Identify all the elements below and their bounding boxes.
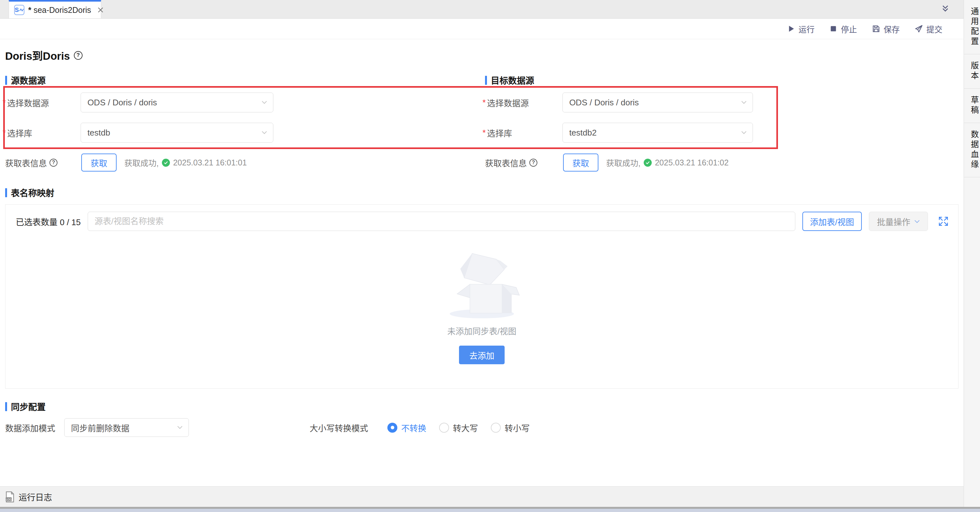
tab-sea-doris2doris[interactable]: S * sea-Doris2Doris	[9, 0, 101, 18]
tab-bar: S * sea-Doris2Doris	[0, 0, 964, 19]
success-check-icon	[162, 159, 170, 167]
chevron-down-icon	[741, 130, 747, 135]
chevron-down-icon	[914, 220, 920, 223]
add-table-view-button[interactable]: 添加表/视图	[802, 211, 862, 231]
section-accent-bar	[5, 402, 7, 411]
save-button[interactable]: 保存	[872, 23, 900, 35]
source-db-row: * 选择库 testdb	[3, 123, 274, 143]
chevron-down-icon	[741, 100, 747, 105]
sync-config-row: 数据添加模式 同步前删除数据 大小写转换模式 不转换 转大写 转小写	[5, 418, 957, 437]
target-datasource-label: 选择数据源	[487, 97, 562, 108]
main-content: Doris到Doris ? 源数据源 目标数据源 * 选择数据源 ODS / D…	[0, 39, 964, 486]
right-sidebar: 通用配置 版本 草稿 数据血缘	[964, 0, 980, 507]
section-accent-bar	[5, 188, 7, 197]
target-db-row: * 选择库 testdb2	[482, 123, 753, 143]
sync-task-icon: S	[14, 5, 24, 15]
table-mapping-panel: 已选表数量 0 / 15 添加表/视图 批量操作	[5, 204, 958, 389]
radio-no-convert[interactable]: 不转换	[387, 422, 426, 434]
radio-to-uppercase[interactable]: 转大写	[439, 422, 478, 434]
radio-to-lowercase[interactable]: 转小写	[491, 422, 530, 434]
stop-button[interactable]: 停止	[829, 23, 857, 35]
radio-dot	[387, 423, 397, 432]
target-datasource-row: * 选择数据源 ODS / Doris / doris	[482, 92, 753, 113]
source-datasource-row: * 选择数据源 ODS / Doris / doris	[3, 92, 274, 113]
section-accent-bar	[5, 76, 7, 85]
target-section-header: 目标数据源	[485, 74, 534, 86]
radio-dot	[491, 423, 501, 432]
source-datasource-label: 选择数据源	[7, 97, 81, 108]
target-datasource-select[interactable]: ODS / Doris / doris	[562, 92, 753, 113]
chevron-down-icon	[177, 425, 183, 431]
case-mode-label: 大小写转换模式	[310, 422, 368, 434]
target-db-label: 选择库	[487, 127, 562, 139]
required-marker: *	[482, 98, 486, 108]
log-file-icon: LOG	[5, 491, 15, 502]
send-icon	[915, 24, 923, 33]
sidebar-item-general-config[interactable]: 通用配置	[964, 0, 980, 54]
source-fetch-time: 2025.03.21 16:01:01	[173, 158, 247, 167]
go-add-button[interactable]: 去添加	[459, 346, 504, 364]
save-icon	[872, 24, 880, 33]
sidebar-item-version[interactable]: 版本	[964, 54, 980, 89]
play-icon	[787, 25, 795, 33]
source-fetch-label: 获取表信息 ?	[5, 157, 73, 169]
fetch-help-icon[interactable]: ?	[49, 159, 57, 167]
radio-dot	[439, 423, 449, 432]
sidebar-item-draft[interactable]: 草稿	[964, 89, 980, 123]
target-fetch-label: 获取表信息 ?	[485, 157, 555, 169]
run-log-label: 运行日志	[19, 491, 52, 503]
window-edge-strip	[0, 509, 980, 512]
source-fetch-status: 获取成功, 2025.03.21 16:01:01	[124, 157, 247, 168]
batch-operation-button[interactable]: 批量操作	[869, 211, 928, 231]
empty-box-illustration	[442, 250, 522, 320]
title-help-icon[interactable]: ?	[74, 51, 83, 60]
source-db-select[interactable]: testdb	[81, 123, 274, 143]
case-mode-radio-group: 不转换 转大写 转小写	[387, 422, 530, 434]
action-toolbar: 运行 停止 保存 提交	[0, 19, 964, 39]
empty-state: 未添加同步表/视图 去添加	[5, 250, 958, 364]
table-mapping-header: 表名称映射	[5, 186, 54, 199]
page-title: Doris到Doris ?	[5, 48, 83, 63]
tab-title: * sea-Doris2Doris	[28, 5, 91, 15]
fetch-help-icon[interactable]: ?	[529, 159, 538, 167]
table-search-input[interactable]	[88, 211, 795, 231]
success-check-icon	[644, 159, 652, 167]
target-fetch-row: 获取表信息 ? 获取 获取成功, 2025.03.21 16:01:02	[485, 154, 729, 172]
selected-table-count: 已选表数量 0 / 15	[16, 216, 81, 227]
target-fetch-time: 2025.03.21 16:01:02	[655, 158, 729, 167]
append-mode-select[interactable]: 同步前删除数据	[64, 418, 189, 437]
required-marker: *	[3, 98, 6, 108]
sync-config-header: 同步配置	[5, 400, 46, 413]
svg-text:LOG: LOG	[6, 498, 11, 501]
sidebar-item-data-lineage[interactable]: 数据血缘	[964, 123, 980, 177]
source-fetch-row: 获取表信息 ? 获取 获取成功, 2025.03.21 16:01:01	[5, 154, 247, 172]
target-db-select[interactable]: testdb2	[562, 123, 753, 143]
chevron-down-icon	[261, 130, 267, 135]
table-mapping-controls: 已选表数量 0 / 15 添加表/视图 批量操作	[5, 205, 958, 231]
source-datasource-select[interactable]: ODS / Doris / doris	[81, 92, 274, 113]
target-fetch-button[interactable]: 获取	[563, 154, 598, 172]
run-button[interactable]: 运行	[787, 23, 815, 35]
tab-close-icon[interactable]	[97, 6, 104, 13]
required-marker: *	[482, 128, 486, 138]
required-marker: *	[3, 128, 6, 138]
stop-icon	[829, 25, 838, 33]
source-db-label: 选择库	[7, 127, 81, 139]
source-fetch-button[interactable]: 获取	[81, 154, 116, 172]
run-log-bar[interactable]: LOG 运行日志	[0, 486, 964, 507]
target-fetch-status: 获取成功, 2025.03.21 16:01:02	[606, 157, 729, 168]
chevron-down-icon	[261, 100, 267, 105]
empty-state-text: 未添加同步表/视图	[447, 325, 516, 337]
submit-button[interactable]: 提交	[915, 23, 942, 35]
append-mode-label: 数据添加模式	[5, 422, 55, 434]
section-accent-bar	[485, 76, 487, 85]
fullscreen-expand-icon[interactable]	[938, 216, 949, 227]
collapse-panel-icon[interactable]	[940, 4, 950, 15]
modified-marker: *	[28, 5, 32, 14]
source-section-header: 源数据源	[5, 74, 46, 86]
